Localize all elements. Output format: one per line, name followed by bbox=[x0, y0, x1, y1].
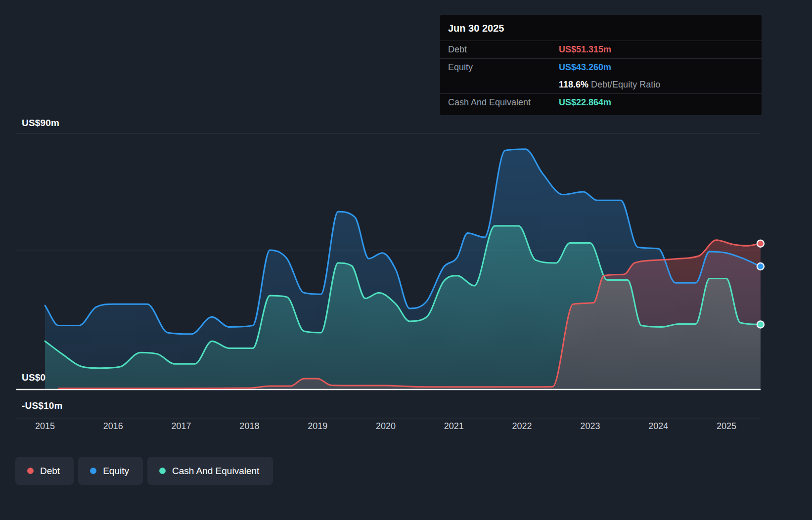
tooltip-date: Jun 30 2025 bbox=[440, 15, 762, 41]
legend-label-debt: Debt bbox=[40, 466, 60, 477]
x-axis-label-2023: 2023 bbox=[580, 421, 600, 432]
x-axis-label-2022: 2022 bbox=[512, 421, 532, 432]
tooltip-debt-value: US$51.315m bbox=[559, 44, 754, 55]
x-axis-label-2019: 2019 bbox=[308, 421, 327, 432]
tooltip-cash-value: US$22.864m bbox=[559, 97, 754, 108]
x-axis-label-2024: 2024 bbox=[648, 421, 668, 432]
tooltip-row-debt: Debt US$51.315m bbox=[440, 41, 762, 58]
tooltip-equity-value: US$43.260m bbox=[559, 62, 754, 73]
cash-legend-dot-icon bbox=[159, 468, 166, 474]
x-axis-label-2018: 2018 bbox=[239, 421, 259, 432]
tooltip-ratio: 118.6% Debt/Equity Ratio bbox=[559, 80, 754, 90]
tooltip-cash-label: Cash And Equivalent bbox=[448, 97, 559, 108]
x-axis: 2015201620172018201920202021202220232024… bbox=[0, 421, 812, 434]
tooltip-row-ratio: 118.6% Debt/Equity Ratio bbox=[440, 76, 762, 93]
legend-label-equity: Equity bbox=[103, 466, 129, 477]
x-axis-label-2017: 2017 bbox=[172, 421, 191, 432]
tooltip-row-cash: Cash And Equivalent US$22.864m bbox=[440, 93, 762, 111]
tooltip-ratio-value: 118.6% bbox=[559, 80, 588, 89]
y-axis-label-zero: US$0 bbox=[22, 372, 45, 383]
tooltip-ratio-label: Debt/Equity Ratio bbox=[591, 80, 660, 89]
x-axis-label-2021: 2021 bbox=[444, 421, 464, 432]
tooltip-row-equity: Equity US$43.260m bbox=[440, 58, 762, 76]
x-axis-label-2025: 2025 bbox=[717, 421, 736, 432]
cash-end-dot bbox=[757, 321, 764, 328]
legend: Debt Equity Cash And Equivalent bbox=[15, 457, 273, 485]
x-axis-label-2020: 2020 bbox=[376, 421, 396, 432]
y-axis-label-neg10m: -US$10m bbox=[22, 400, 63, 411]
tooltip-equity-label: Equity bbox=[448, 62, 559, 73]
equity-legend-dot-icon bbox=[90, 468, 96, 474]
x-axis-label-2015: 2015 bbox=[35, 421, 55, 432]
equity-end-dot bbox=[757, 263, 764, 270]
x-axis-label-2016: 2016 bbox=[103, 421, 123, 432]
legend-item-equity[interactable]: Equity bbox=[78, 457, 143, 485]
tooltip: Jun 30 2025 Debt US$51.315m Equity US$43… bbox=[440, 15, 762, 115]
tooltip-debt-label: Debt bbox=[448, 44, 559, 55]
debt-legend-dot-icon bbox=[27, 468, 34, 474]
legend-item-debt[interactable]: Debt bbox=[15, 457, 74, 485]
balance-sheet-history-chart: Jun 30 2025 Debt US$51.315m Equity US$43… bbox=[0, 0, 812, 520]
legend-label-cash: Cash And Equivalent bbox=[172, 466, 259, 477]
debt-end-dot bbox=[757, 240, 764, 247]
y-axis-label-90m: US$90m bbox=[22, 118, 59, 129]
legend-item-cash[interactable]: Cash And Equivalent bbox=[147, 457, 273, 485]
